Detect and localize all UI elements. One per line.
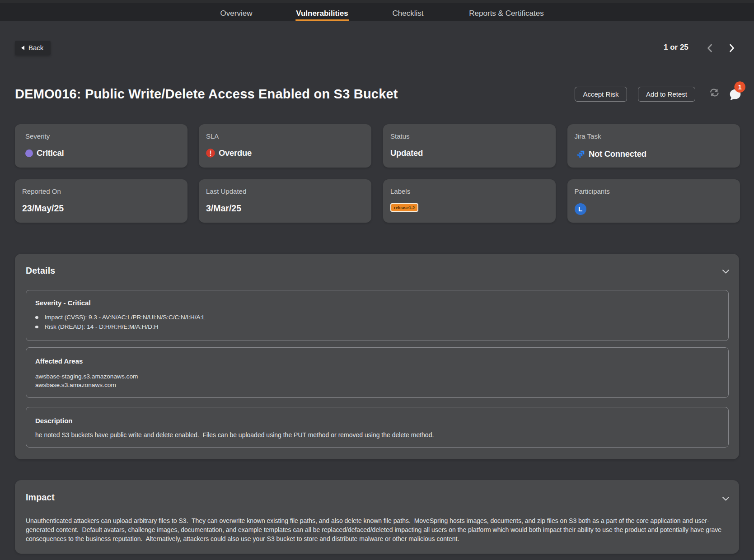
svg-text:1: 1 bbox=[738, 83, 742, 91]
